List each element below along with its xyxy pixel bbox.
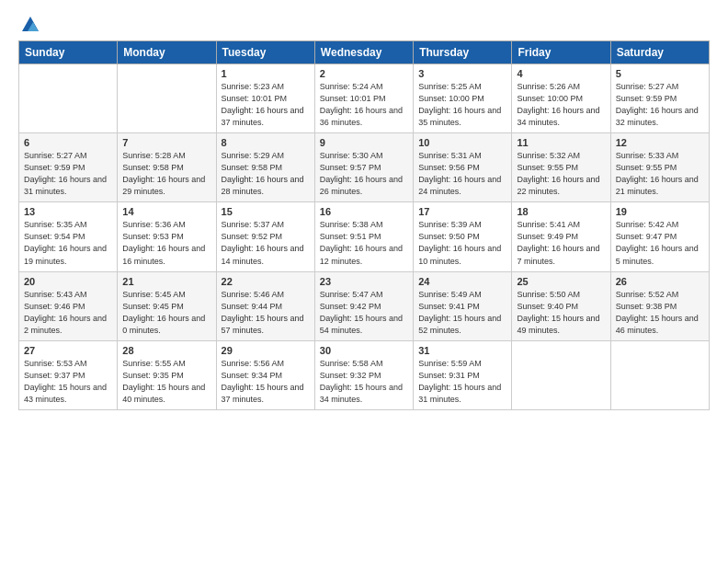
weekday-header-monday: Monday	[118, 41, 216, 64]
calendar-week-2: 6Sunrise: 5:27 AM Sunset: 9:59 PM Daylig…	[19, 133, 710, 202]
day-info: Sunrise: 5:30 AM Sunset: 9:57 PM Dayligh…	[320, 150, 408, 198]
weekday-header-saturday: Saturday	[610, 41, 709, 64]
header	[18, 15, 710, 35]
calendar-cell: 10Sunrise: 5:31 AM Sunset: 9:56 PM Dayli…	[414, 133, 512, 202]
calendar-cell: 9Sunrise: 5:30 AM Sunset: 9:57 PM Daylig…	[314, 133, 413, 202]
day-number: 10	[418, 137, 506, 148]
day-number: 11	[517, 137, 605, 148]
day-info: Sunrise: 5:55 AM Sunset: 9:35 PM Dayligh…	[122, 358, 210, 406]
calendar-cell: 20Sunrise: 5:43 AM Sunset: 9:46 PM Dayli…	[19, 271, 118, 340]
day-number: 22	[222, 276, 310, 287]
day-number: 16	[320, 206, 408, 217]
calendar-cell: 22Sunrise: 5:46 AM Sunset: 9:44 PM Dayli…	[216, 271, 314, 340]
day-info: Sunrise: 5:38 AM Sunset: 9:51 PM Dayligh…	[320, 219, 408, 267]
weekday-header-friday: Friday	[512, 41, 610, 64]
day-number: 9	[320, 137, 408, 148]
day-number: 3	[418, 68, 506, 79]
calendar-cell: 1Sunrise: 5:23 AM Sunset: 10:01 PM Dayli…	[216, 64, 314, 133]
day-number: 29	[222, 345, 310, 356]
day-info: Sunrise: 5:50 AM Sunset: 9:40 PM Dayligh…	[517, 289, 605, 337]
day-number: 12	[616, 137, 704, 148]
calendar-cell	[610, 340, 709, 409]
calendar-cell: 7Sunrise: 5:28 AM Sunset: 9:58 PM Daylig…	[118, 133, 216, 202]
day-info: Sunrise: 5:31 AM Sunset: 9:56 PM Dayligh…	[418, 150, 506, 198]
weekday-header-thursday: Thursday	[414, 41, 512, 64]
calendar-cell: 11Sunrise: 5:32 AM Sunset: 9:55 PM Dayli…	[512, 133, 610, 202]
day-info: Sunrise: 5:26 AM Sunset: 10:00 PM Daylig…	[517, 81, 605, 129]
calendar-cell: 13Sunrise: 5:35 AM Sunset: 9:54 PM Dayli…	[19, 202, 118, 271]
calendar-cell: 6Sunrise: 5:27 AM Sunset: 9:59 PM Daylig…	[19, 133, 118, 202]
day-info: Sunrise: 5:49 AM Sunset: 9:41 PM Dayligh…	[418, 289, 506, 337]
day-info: Sunrise: 5:29 AM Sunset: 9:58 PM Dayligh…	[222, 150, 310, 198]
day-info: Sunrise: 5:33 AM Sunset: 9:55 PM Dayligh…	[616, 150, 704, 198]
day-info: Sunrise: 5:47 AM Sunset: 9:42 PM Dayligh…	[320, 289, 408, 337]
day-number: 30	[320, 345, 408, 356]
weekday-header-row: SundayMondayTuesdayWednesdayThursdayFrid…	[19, 41, 710, 64]
calendar-cell	[512, 340, 610, 409]
day-info: Sunrise: 5:46 AM Sunset: 9:44 PM Dayligh…	[222, 289, 310, 337]
day-number: 2	[320, 68, 408, 79]
calendar-cell: 16Sunrise: 5:38 AM Sunset: 9:51 PM Dayli…	[314, 202, 413, 271]
day-info: Sunrise: 5:28 AM Sunset: 9:58 PM Dayligh…	[122, 150, 210, 198]
day-number: 28	[122, 345, 210, 356]
calendar-cell: 25Sunrise: 5:50 AM Sunset: 9:40 PM Dayli…	[512, 271, 610, 340]
day-info: Sunrise: 5:58 AM Sunset: 9:32 PM Dayligh…	[320, 358, 408, 406]
day-info: Sunrise: 5:53 AM Sunset: 9:37 PM Dayligh…	[24, 358, 112, 406]
calendar-cell	[19, 64, 118, 133]
day-number: 31	[418, 345, 506, 356]
day-number: 25	[517, 276, 605, 287]
calendar-cell: 4Sunrise: 5:26 AM Sunset: 10:00 PM Dayli…	[512, 64, 610, 133]
calendar-cell: 31Sunrise: 5:59 AM Sunset: 9:31 PM Dayli…	[414, 340, 512, 409]
day-info: Sunrise: 5:27 AM Sunset: 9:59 PM Dayligh…	[24, 150, 112, 198]
day-info: Sunrise: 5:45 AM Sunset: 9:45 PM Dayligh…	[122, 289, 210, 337]
day-number: 14	[122, 206, 210, 217]
calendar-cell: 23Sunrise: 5:47 AM Sunset: 9:42 PM Dayli…	[314, 271, 413, 340]
day-number: 20	[24, 276, 112, 287]
day-number: 26	[616, 276, 704, 287]
calendar-cell: 2Sunrise: 5:24 AM Sunset: 10:01 PM Dayli…	[314, 64, 413, 133]
day-info: Sunrise: 5:43 AM Sunset: 9:46 PM Dayligh…	[24, 289, 112, 337]
calendar-cell: 15Sunrise: 5:37 AM Sunset: 9:52 PM Dayli…	[216, 202, 314, 271]
day-number: 5	[616, 68, 704, 79]
day-info: Sunrise: 5:23 AM Sunset: 10:01 PM Daylig…	[222, 81, 310, 129]
calendar-cell: 12Sunrise: 5:33 AM Sunset: 9:55 PM Dayli…	[610, 133, 709, 202]
logo-icon	[20, 15, 40, 35]
day-number: 6	[24, 137, 112, 148]
day-info: Sunrise: 5:37 AM Sunset: 9:52 PM Dayligh…	[222, 219, 310, 267]
calendar-week-5: 27Sunrise: 5:53 AM Sunset: 9:37 PM Dayli…	[19, 340, 710, 409]
day-info: Sunrise: 5:59 AM Sunset: 9:31 PM Dayligh…	[418, 358, 506, 406]
calendar-week-1: 1Sunrise: 5:23 AM Sunset: 10:01 PM Dayli…	[19, 64, 710, 133]
day-number: 15	[222, 206, 310, 217]
day-info: Sunrise: 5:24 AM Sunset: 10:01 PM Daylig…	[320, 81, 408, 129]
day-number: 4	[517, 68, 605, 79]
calendar-cell: 30Sunrise: 5:58 AM Sunset: 9:32 PM Dayli…	[314, 340, 413, 409]
calendar-cell: 5Sunrise: 5:27 AM Sunset: 9:59 PM Daylig…	[610, 64, 709, 133]
day-number: 17	[418, 206, 506, 217]
day-info: Sunrise: 5:35 AM Sunset: 9:54 PM Dayligh…	[24, 219, 112, 267]
calendar-cell: 21Sunrise: 5:45 AM Sunset: 9:45 PM Dayli…	[118, 271, 216, 340]
calendar-cell: 18Sunrise: 5:41 AM Sunset: 9:49 PM Dayli…	[512, 202, 610, 271]
calendar-cell: 8Sunrise: 5:29 AM Sunset: 9:58 PM Daylig…	[216, 133, 314, 202]
day-info: Sunrise: 5:52 AM Sunset: 9:38 PM Dayligh…	[616, 289, 704, 337]
page: SundayMondayTuesdayWednesdayThursdayFrid…	[0, 0, 728, 425]
calendar-cell	[118, 64, 216, 133]
logo	[18, 15, 40, 35]
day-info: Sunrise: 5:41 AM Sunset: 9:49 PM Dayligh…	[517, 219, 605, 267]
day-number: 27	[24, 345, 112, 356]
calendar-cell: 28Sunrise: 5:55 AM Sunset: 9:35 PM Dayli…	[118, 340, 216, 409]
day-number: 18	[517, 206, 605, 217]
calendar-week-3: 13Sunrise: 5:35 AM Sunset: 9:54 PM Dayli…	[19, 202, 710, 271]
calendar-week-4: 20Sunrise: 5:43 AM Sunset: 9:46 PM Dayli…	[19, 271, 710, 340]
weekday-header-tuesday: Tuesday	[216, 41, 314, 64]
calendar: SundayMondayTuesdayWednesdayThursdayFrid…	[18, 40, 710, 410]
day-info: Sunrise: 5:39 AM Sunset: 9:50 PM Dayligh…	[418, 219, 506, 267]
day-number: 23	[320, 276, 408, 287]
calendar-cell: 26Sunrise: 5:52 AM Sunset: 9:38 PM Dayli…	[610, 271, 709, 340]
day-number: 21	[122, 276, 210, 287]
day-number: 19	[616, 206, 704, 217]
day-number: 24	[418, 276, 506, 287]
day-info: Sunrise: 5:42 AM Sunset: 9:47 PM Dayligh…	[616, 219, 704, 267]
calendar-cell: 17Sunrise: 5:39 AM Sunset: 9:50 PM Dayli…	[414, 202, 512, 271]
day-number: 13	[24, 206, 112, 217]
day-number: 1	[222, 68, 310, 79]
